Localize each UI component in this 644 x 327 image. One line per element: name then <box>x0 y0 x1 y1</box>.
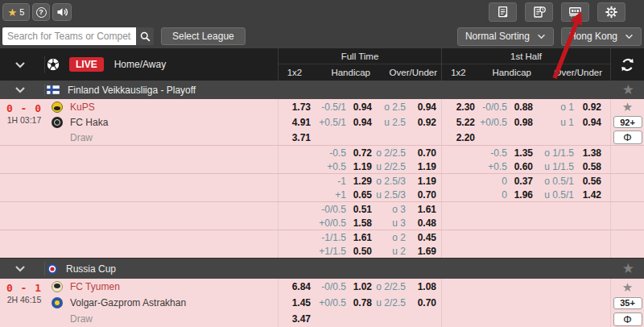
x-ft-hcp-odds[interactable]: 1.58 <box>346 217 372 229</box>
collapse-league-chevron-icon[interactable] <box>14 265 26 272</box>
odds-1h-hcp-line-away[interactable]: +0/0.5 <box>475 117 507 128</box>
x-ft-ou-odds[interactable]: 0.45 <box>406 232 436 243</box>
double-view-button[interactable] <box>561 2 589 22</box>
odds-ft-hcp-line-away[interactable]: +0/0.5 <box>311 297 346 308</box>
x-1h-ou-odds[interactable]: 0.56 <box>574 176 601 187</box>
help-button[interactable]: ? <box>32 3 50 21</box>
settings-button[interactable] <box>597 2 625 22</box>
odds-ft-hcp-home[interactable]: 1.02 <box>346 281 372 292</box>
odds-ft-hcp-line-home[interactable]: -0/0.5 <box>311 281 346 292</box>
x-1h-ou-line[interactable]: u 1/1.5 <box>533 161 574 172</box>
x-ft-ou-line[interactable]: o 2/2.5 <box>372 147 406 159</box>
favorites-button[interactable]: ★ 5 <box>2 3 30 21</box>
odds-ft-1[interactable]: 6.84 <box>279 281 311 292</box>
x-ft-ou-odds[interactable]: 1.69 <box>406 246 436 257</box>
x-ft-ou-odds[interactable]: 0.70 <box>406 147 436 159</box>
search-input[interactable] <box>2 27 136 45</box>
odds-ft-2[interactable]: 4.91 <box>279 117 311 128</box>
sorting-dropdown[interactable]: Normal Sorting <box>457 27 554 46</box>
x-ft-ou-odds[interactable]: 1.19 <box>406 176 436 187</box>
x-ft-ou-line[interactable]: u 2/2.5 <box>372 161 406 172</box>
x-ft-hcp-line[interactable]: -1 <box>311 176 346 187</box>
x-ft-hcp-odds[interactable]: 0.72 <box>346 147 372 159</box>
odds-ft-x[interactable]: 3.47 <box>279 313 311 325</box>
x-ft-hcp-odds[interactable]: 1.61 <box>346 232 372 243</box>
x-ft-ou-line[interactable]: u 2.5/3 <box>372 189 406 201</box>
odds-ft-under[interactable]: 0.92 <box>406 117 436 128</box>
odds-format-dropdown[interactable]: Hong Kong <box>561 27 642 46</box>
league-favorite-star-icon[interactable]: ★ <box>622 262 634 275</box>
x-ft-hcp-line[interactable]: -1/1.5 <box>311 232 346 243</box>
odds-1h-under-line[interactable]: u 1 <box>533 117 574 128</box>
odds-ft-under-line[interactable]: u 2.5 <box>372 117 406 128</box>
odds-ft-2[interactable]: 1.45 <box>279 297 311 308</box>
match-favorite-star-icon[interactable]: ★ <box>622 101 633 113</box>
x-ft-ou-line[interactable]: u 2 <box>372 246 406 257</box>
odds-1h-hcp-line-home[interactable]: -0/0.5 <box>475 101 507 113</box>
x-ft-hcp-odds[interactable]: 0.65 <box>346 189 372 201</box>
odds-ft-over[interactable]: 0.94 <box>406 101 436 113</box>
collapse-league-chevron-icon[interactable] <box>14 86 26 93</box>
x-ft-ou-line[interactable]: o 3 <box>372 204 406 215</box>
x-ft-hcp-line[interactable]: +0.5 <box>311 161 346 172</box>
x-1h-hcp-odds[interactable]: 0.37 <box>507 176 533 187</box>
x-1h-hcp-odds[interactable]: 0.60 <box>507 161 533 172</box>
x-ft-hcp-odds[interactable]: 1.19 <box>346 161 372 172</box>
odds-ft-under-line[interactable]: u 2/2.5 <box>372 297 406 308</box>
odds-ft-hcp-line-away[interactable]: +0.5/1 <box>311 117 346 128</box>
x-ft-hcp-line[interactable]: -0.5 <box>311 147 346 159</box>
odds-ft-over-line[interactable]: o 2.5 <box>372 101 406 113</box>
odds-ft-hcp-away[interactable]: 0.78 <box>346 297 372 308</box>
x-ft-ou-line[interactable]: o 2 <box>372 232 406 243</box>
x-ft-hcp-odds[interactable]: 0.51 <box>346 204 372 215</box>
refresh-button[interactable] <box>610 48 644 81</box>
odds-ft-over-line[interactable]: o 2/2.5 <box>372 281 406 292</box>
x-1h-hcp-line[interactable]: +0.5 <box>475 161 507 172</box>
odds-1h-over-line[interactable]: o 1 <box>533 101 574 113</box>
odds-1h-over[interactable]: 0.92 <box>574 101 601 113</box>
x-ft-hcp-line[interactable]: +0/0.5 <box>311 217 346 229</box>
x-1h-ou-odds[interactable]: 1.42 <box>574 189 601 201</box>
x-ft-hcp-line[interactable]: +1 <box>311 189 346 201</box>
x-1h-ou-odds[interactable]: 1.38 <box>574 147 601 159</box>
x-ft-hcp-line[interactable]: +1/1.5 <box>311 246 346 257</box>
match-favorite-star-icon[interactable]: ★ <box>622 281 633 293</box>
more-bets-button[interactable]: 35+ <box>613 297 642 309</box>
x-1h-hcp-odds[interactable]: 1.96 <box>507 189 533 201</box>
odds-ft-hcp-line-home[interactable]: -0.5/1 <box>311 101 346 113</box>
stats-button[interactable]: Φ <box>613 313 642 326</box>
x-1h-hcp-line[interactable]: 0 <box>475 176 507 187</box>
odds-ft-over[interactable]: 1.08 <box>406 281 436 292</box>
x-1h-ou-odds[interactable]: 0.58 <box>574 161 601 172</box>
search-submit-button[interactable] <box>136 27 154 45</box>
more-bets-button[interactable]: 92+ <box>613 116 642 128</box>
x-1h-ou-line[interactable]: o 0.5/1 <box>533 176 574 187</box>
statement-button[interactable] <box>489 2 517 22</box>
x-1h-hcp-odds[interactable]: 1.35 <box>507 147 533 159</box>
odds-1h-under[interactable]: 0.94 <box>574 117 601 128</box>
bet-list-button[interactable] <box>525 2 553 22</box>
odds-ft-under[interactable]: 0.70 <box>406 297 436 308</box>
x-1h-ou-line[interactable]: u 0.5/1 <box>533 189 574 201</box>
select-league-button[interactable]: Select League <box>161 27 246 45</box>
odds-1h-2[interactable]: 5.22 <box>442 117 475 128</box>
odds-ft-hcp-home[interactable]: 0.94 <box>346 101 372 113</box>
odds-ft-hcp-away[interactable]: 0.94 <box>346 117 372 128</box>
sound-button[interactable] <box>52 3 72 21</box>
x-ft-hcp-odds[interactable]: 0.50 <box>346 246 372 257</box>
odds-1h-hcp-away[interactable]: 0.98 <box>507 117 533 128</box>
x-ft-hcp-odds[interactable]: 1.29 <box>346 176 372 187</box>
odds-ft-x[interactable]: 3.71 <box>279 132 311 143</box>
x-ft-ou-line[interactable]: u 3 <box>372 217 406 229</box>
x-ft-ou-odds[interactable]: 1.61 <box>406 204 436 215</box>
x-1h-hcp-line[interactable]: -0.5 <box>475 147 507 159</box>
odds-1h-1[interactable]: 2.30 <box>442 101 475 113</box>
x-1h-ou-line[interactable]: o 1/1.5 <box>533 147 574 159</box>
collapse-all-chevron-icon[interactable] <box>14 61 26 68</box>
x-ft-ou-line[interactable]: o 2.5/3 <box>372 176 406 187</box>
odds-ft-1[interactable]: 1.73 <box>279 101 311 113</box>
league-favorite-star-icon[interactable]: ★ <box>622 83 634 97</box>
x-ft-ou-odds[interactable]: 0.70 <box>406 189 436 201</box>
stats-button[interactable]: Φ <box>613 130 642 144</box>
odds-1h-hcp-home[interactable]: 0.88 <box>507 101 533 113</box>
